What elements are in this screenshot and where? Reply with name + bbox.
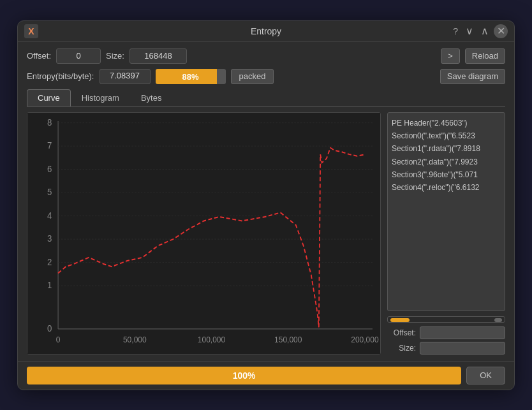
- entropy-row: Entropy(bits/byte): 7.08397 88% packed S…: [27, 69, 505, 84]
- side-size-label: Size:: [387, 344, 416, 353]
- offset-input[interactable]: [56, 48, 101, 64]
- close-button[interactable]: ✕: [494, 24, 508, 38]
- size-label: Size:: [106, 51, 124, 61]
- offset-row: Offset: Size: > Reload: [27, 48, 505, 64]
- chevron-down-icon[interactable]: ∨: [463, 24, 476, 38]
- section-item-5[interactable]: Section4(".reloc")("6.6132: [392, 181, 501, 194]
- entropy-window: X Entropy ? ∨ ∧ ✕ Offset: Size: > Reload…: [17, 20, 515, 390]
- packed-button[interactable]: packed: [231, 69, 274, 84]
- app-icon: X: [24, 24, 38, 38]
- entropy-bar: 88%: [156, 69, 226, 84]
- side-size-input[interactable]: [420, 342, 505, 355]
- ok-button[interactable]: OK: [466, 367, 505, 384]
- side-panel: PE Header("2.45603") Section0(".text")("…: [387, 112, 505, 355]
- entropy-chart: 8 7 6 5 4 3 2 1 0: [27, 113, 380, 354]
- side-offset-label: Offset:: [387, 328, 416, 337]
- progress-label: 100%: [233, 370, 256, 381]
- svg-text:0: 0: [56, 335, 61, 344]
- side-fields: Offset: Size:: [387, 326, 505, 355]
- chart-area: 8 7 6 5 4 3 2 1 0: [27, 112, 381, 355]
- bottom-bar: 100% OK: [18, 361, 514, 390]
- window-title: Entropy: [251, 26, 281, 36]
- section-item-2[interactable]: Section1(".rdata")("7.8918: [392, 142, 501, 155]
- svg-text:1: 1: [47, 280, 52, 290]
- svg-text:150,000: 150,000: [274, 335, 302, 344]
- arrow-button[interactable]: >: [441, 48, 460, 64]
- tab-histogram[interactable]: Histogram: [71, 89, 130, 106]
- side-offset-input[interactable]: [420, 326, 505, 339]
- svg-text:0: 0: [47, 323, 52, 333]
- window-controls: ? ∨ ∧ ✕: [450, 24, 508, 38]
- main-content: Offset: Size: > Reload Entropy(bits/byte…: [18, 42, 514, 361]
- entropy-label: Entropy(bits/byte):: [27, 71, 94, 81]
- svg-text:50,000: 50,000: [123, 335, 147, 344]
- entropy-value: 7.08397: [100, 69, 151, 84]
- section-scrollbar[interactable]: [387, 316, 505, 323]
- section-item-0[interactable]: PE Header("2.45603"): [392, 117, 501, 129]
- tab-bytes[interactable]: Bytes: [130, 89, 173, 106]
- main-area: 8 7 6 5 4 3 2 1 0: [27, 112, 505, 355]
- entropy-percent: 88%: [182, 71, 198, 81]
- svg-text:6: 6: [47, 164, 52, 174]
- svg-text:8: 8: [47, 117, 52, 128]
- section-item-3[interactable]: Section2(".data")("7.9923: [392, 156, 501, 168]
- svg-text:4: 4: [47, 210, 52, 221]
- reload-button[interactable]: Reload: [465, 48, 505, 64]
- scrollbar-thumb: [390, 318, 410, 322]
- svg-rect-0: [27, 113, 380, 354]
- offset-label: Offset:: [27, 51, 51, 61]
- section-item-1[interactable]: Section0(".text")("6.5523: [392, 129, 501, 142]
- section-list: PE Header("2.45603") Section0(".text")("…: [387, 112, 505, 311]
- help-icon[interactable]: ?: [450, 25, 461, 38]
- chevron-up-icon[interactable]: ∧: [478, 24, 491, 38]
- svg-text:200,000: 200,000: [351, 335, 378, 344]
- size-input[interactable]: [129, 48, 187, 64]
- save-diagram-button[interactable]: Save diagram: [440, 69, 505, 84]
- progress-bar: 100%: [27, 367, 461, 384]
- section-item-4[interactable]: Section3(".96ote")("5.071: [392, 168, 501, 181]
- svg-text:5: 5: [47, 187, 52, 197]
- title-bar: X Entropy ? ∨ ∧ ✕: [18, 21, 514, 42]
- svg-text:2: 2: [47, 257, 52, 267]
- svg-text:3: 3: [47, 233, 52, 244]
- svg-text:100,000: 100,000: [198, 335, 225, 344]
- side-offset-row: Offset:: [387, 326, 505, 339]
- svg-text:7: 7: [47, 140, 52, 150]
- scrollbar-thumb-right: [494, 318, 502, 322]
- tab-bar: Curve Histogram Bytes: [27, 89, 505, 107]
- side-size-row: Size:: [387, 342, 505, 355]
- tab-curve[interactable]: Curve: [27, 89, 71, 106]
